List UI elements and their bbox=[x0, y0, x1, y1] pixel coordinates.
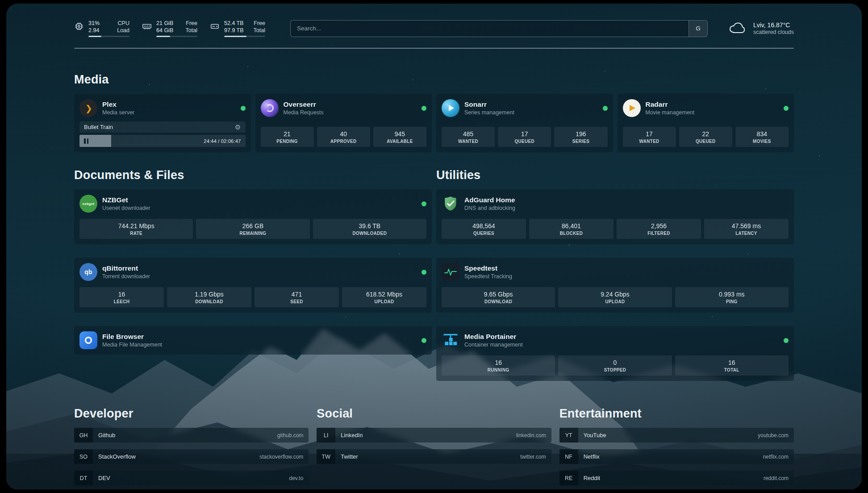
service-name: NZBGet bbox=[102, 196, 150, 204]
disk-total-value: 97.9 TB bbox=[224, 27, 244, 34]
plex-icon: ❯ bbox=[79, 99, 97, 117]
top-bar: 31%CPU 2.94Load 21 GiBFree 64 GiBTotal bbox=[74, 4, 794, 37]
search-input[interactable] bbox=[291, 25, 689, 32]
sonarr-arrow bbox=[449, 105, 454, 111]
bookmark-youtube[interactable]: YT YouTube youtube.com bbox=[559, 428, 794, 443]
utilities-column: Utilities AdGuard Home DNS and adblockin… bbox=[436, 152, 794, 381]
pause-button[interactable] bbox=[84, 138, 88, 144]
service-desc: Speedtest Tracking bbox=[464, 273, 512, 280]
service-card-filebrowser[interactable]: File Browser Media File Management bbox=[74, 326, 432, 355]
stat-latency: 47.569 msLATENCY bbox=[704, 219, 789, 239]
bookmark-name: YouTube bbox=[584, 432, 606, 439]
plex-chevron: ❯ bbox=[85, 104, 92, 113]
stat-series: 196SERIES bbox=[554, 127, 607, 147]
section-title-utilities: Utilities bbox=[436, 168, 794, 182]
status-dot bbox=[421, 201, 426, 206]
bookmark-url: dev.to bbox=[289, 475, 304, 481]
disk-total-label: Total bbox=[254, 27, 265, 34]
service-card-speedtest[interactable]: Speedtest Speedtest Tracking 9.65 GbpsDO… bbox=[436, 258, 794, 313]
stat-movies: 834MOVIES bbox=[735, 127, 789, 147]
service-desc: Usenet downloader bbox=[102, 205, 150, 212]
bookmarks-social: Social LI LinkedIn linkedin.com TW Twitt… bbox=[317, 407, 551, 485]
stat-ping: 0.993 msPING bbox=[675, 287, 789, 307]
service-desc: Container management bbox=[464, 341, 523, 348]
bookmark-github[interactable]: GH Github github.com bbox=[74, 428, 309, 443]
media-grid: ❯ Plex Media server Bullet Train ⚙ bbox=[74, 94, 794, 152]
bookmark-name: Netflix bbox=[584, 453, 600, 460]
memory-progress-bar bbox=[156, 36, 197, 37]
bookmark-netflix[interactable]: NF Netflix netflix.com bbox=[559, 449, 794, 464]
bookmark-dev[interactable]: DT DEV dev.to bbox=[74, 471, 309, 485]
memory-free-label: Free bbox=[186, 20, 197, 27]
weather-widget[interactable]: Lviv, 16.87°C scattered clouds bbox=[728, 21, 794, 36]
stat-rate: 744.21 MbpsRATE bbox=[79, 219, 193, 239]
status-dot bbox=[241, 106, 246, 111]
now-playing-title: Bullet Train bbox=[84, 124, 113, 130]
bookmark-url: linkedin.com bbox=[516, 432, 546, 439]
stat-approved: 40APPROVED bbox=[317, 127, 370, 147]
service-desc: DNS and adblocking bbox=[464, 205, 515, 212]
stat-stopped: 0STOPPED bbox=[558, 355, 672, 376]
service-desc: Media Requests bbox=[284, 109, 324, 116]
status-dot bbox=[421, 338, 426, 343]
service-desc: Movie management bbox=[646, 109, 695, 116]
playback-time: 24:44 / 02:06:47 bbox=[204, 138, 241, 144]
service-card-qbittorrent[interactable]: qb qBittorrent Torrent downloader 16LEEC… bbox=[74, 258, 432, 313]
status-dot bbox=[784, 106, 789, 111]
section-title-media: Media bbox=[74, 73, 794, 87]
service-card-portainer[interactable]: Media Portainer Container management 16R… bbox=[436, 326, 794, 381]
status-dot bbox=[784, 338, 789, 343]
service-card-sonarr[interactable]: Sonarr Series management 485WANTED 17QUE… bbox=[436, 94, 613, 152]
stat-pending: 21PENDING bbox=[261, 127, 314, 147]
bookmark-name: LinkedIn bbox=[341, 432, 363, 439]
bookmark-twitter[interactable]: TW Twitter twitter.com bbox=[317, 449, 551, 464]
service-name: File Browser bbox=[102, 332, 162, 341]
bookmark-reddit[interactable]: RE Reddit reddit.com bbox=[559, 471, 794, 485]
service-card-plex[interactable]: ❯ Plex Media server Bullet Train ⚙ bbox=[74, 94, 251, 152]
status-dot bbox=[421, 270, 426, 275]
bookmark-abbr: YT bbox=[559, 428, 578, 443]
stat-download: 9.65 GbpsDOWNLOAD bbox=[442, 287, 555, 307]
stat-running: 16RUNNING bbox=[442, 355, 555, 376]
cpu-usage-label: CPU bbox=[118, 20, 129, 27]
bookmark-abbr: GH bbox=[74, 428, 93, 443]
cpu-usage-value: 31% bbox=[88, 20, 100, 27]
memory-icon bbox=[142, 21, 152, 31]
bookmark-stackoverflow[interactable]: SO StackOverflow stackoverflow.com bbox=[74, 449, 309, 464]
playback-progress-bar[interactable]: 24:44 / 02:06:47 bbox=[79, 135, 246, 147]
cpu-load-value: 2.94 bbox=[88, 27, 99, 34]
bookmark-abbr: DT bbox=[74, 471, 93, 485]
gear-icon[interactable]: ⚙ bbox=[235, 124, 241, 130]
search-provider-button[interactable]: G bbox=[689, 21, 707, 37]
service-card-nzbget[interactable]: nzbget NZBGet Usenet downloader 744.21 M… bbox=[74, 189, 432, 244]
documents-column: Documents & Files nzbget NZBGet Usenet d… bbox=[74, 152, 432, 381]
service-card-radarr[interactable]: Radarr Movie management 17WANTED 22QUEUE… bbox=[618, 94, 794, 152]
service-card-overseerr[interactable]: Overseerr Media Requests 21PENDING 40APP… bbox=[255, 94, 432, 152]
service-card-adguard[interactable]: AdGuard Home DNS and adblocking 498,564Q… bbox=[436, 189, 794, 244]
bookmark-url: twitter.com bbox=[520, 454, 546, 460]
bookmark-name: Github bbox=[98, 432, 115, 439]
qbittorrent-icon-label: qb bbox=[84, 268, 92, 276]
plex-now-playing: Bullet Train ⚙ 24:44 / 02:06:47 bbox=[79, 121, 246, 147]
service-desc: Media server bbox=[102, 109, 134, 116]
service-name: qBittorrent bbox=[102, 264, 150, 272]
bookmarks-entertainment: Entertainment YT YouTube youtube.com NF … bbox=[559, 407, 794, 485]
cpu-load-label: Load bbox=[117, 27, 129, 34]
service-name: Overseerr bbox=[284, 100, 324, 109]
section-title-developer: Developer bbox=[74, 407, 309, 421]
cpu-progress-bar bbox=[88, 36, 129, 37]
filebrowser-ring bbox=[85, 337, 92, 344]
service-name: Sonarr bbox=[464, 100, 514, 109]
section-title-documents: Documents & Files bbox=[74, 168, 432, 182]
stat-downloaded: 39.6 TBDOWNLOADED bbox=[313, 219, 426, 239]
bookmark-url: github.com bbox=[277, 432, 304, 439]
adguard-icon bbox=[442, 195, 459, 213]
status-dot bbox=[421, 106, 426, 111]
nzbget-icon: nzbget bbox=[79, 195, 97, 213]
memory-free-value: 21 GiB bbox=[156, 20, 173, 27]
bookmark-url: youtube.com bbox=[758, 432, 789, 439]
bookmark-linkedin[interactable]: LI LinkedIn linkedin.com bbox=[317, 428, 551, 443]
service-name: Radarr bbox=[646, 100, 695, 109]
bookmark-url: reddit.com bbox=[764, 475, 789, 481]
stat-upload: 618.52 MbpsUPLOAD bbox=[342, 287, 426, 307]
